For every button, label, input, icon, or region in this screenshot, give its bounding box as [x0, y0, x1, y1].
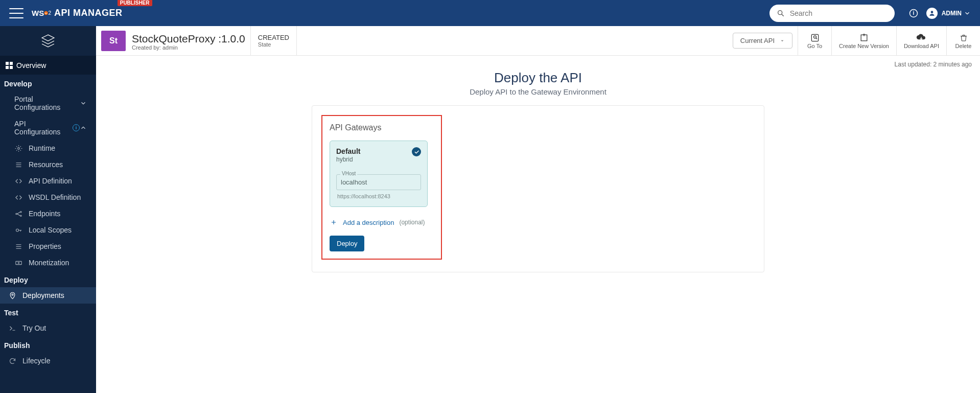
gear-icon: [14, 144, 22, 152]
sidebar-item-monetization[interactable]: Monetization: [0, 255, 96, 271]
content-area: St StockQuoteProxy :1.0.0 Created by: ad…: [96, 26, 980, 393]
help-icon[interactable]: i: [906, 6, 921, 21]
svg-rect-9: [10, 66, 13, 69]
highlighted-region: API Gateways Default hybrid: [321, 115, 442, 260]
code-icon: [14, 193, 22, 201]
sidebar-item-try-out[interactable]: Try Out: [0, 320, 96, 336]
goto-icon: [810, 33, 820, 43]
section-publish: Publish: [0, 336, 96, 353]
delete-api-button[interactable]: Delete: [946, 26, 980, 55]
sidebar-overview-label: Overview: [16, 61, 46, 70]
avatar-icon: [926, 8, 938, 19]
api-title: StockQuoteProxy :1.0.0: [132, 33, 245, 44]
svg-rect-21: [15, 261, 21, 264]
brand-title: API MANAGER: [54, 8, 123, 18]
brand[interactable]: PUBLISHER WS 2 API MANAGER: [32, 8, 123, 19]
api-thumbnail: St: [101, 31, 126, 51]
cloud-download-icon: [916, 33, 927, 43]
page-title: Deploy the API: [96, 70, 980, 86]
sidebar-item-api-definition[interactable]: API Definition: [0, 173, 96, 189]
location-icon: [8, 291, 16, 299]
list-icon: [14, 242, 22, 250]
current-api-dropdown[interactable]: Current API: [733, 33, 792, 49]
sidebar: Overview Develop Portal Configurations A…: [0, 26, 96, 393]
code-icon: [14, 177, 22, 185]
endpoints-icon: [14, 210, 22, 218]
svg-point-22: [18, 262, 19, 264]
vhost-label: VHost: [340, 171, 357, 176]
svg-point-1: [778, 10, 782, 14]
sidebar-item-runtime[interactable]: Runtime: [0, 140, 96, 156]
sidebar-logo[interactable]: [0, 26, 96, 56]
svg-rect-6: [6, 62, 9, 65]
sidebar-item-resources[interactable]: Resources: [0, 156, 96, 173]
user-menu[interactable]: ADMIN: [926, 8, 971, 19]
api-gateways-title: API Gateways: [330, 123, 434, 132]
gateway-type: hybrid: [336, 156, 360, 163]
publisher-badge: PUBLISHER: [118, 0, 152, 6]
sidebar-overview[interactable]: Overview: [0, 56, 96, 75]
section-test: Test: [0, 304, 96, 320]
svg-rect-7: [10, 62, 13, 65]
api-created-by: Created by: admin: [132, 44, 245, 51]
search-icon: [777, 9, 785, 17]
page-subtitle: Deploy API to the Gateway Environment: [96, 87, 980, 96]
brand-logo-icon: [44, 9, 48, 17]
sidebar-item-lifecycle[interactable]: Lifecycle: [0, 353, 96, 369]
add-description-link[interactable]: Add a description: [343, 219, 394, 226]
vhost-url: https://localhost:8243: [337, 193, 420, 199]
chevron-down-icon: [80, 100, 87, 107]
layers-icon: [39, 32, 57, 50]
brand-logo: WS 2: [32, 8, 51, 19]
plus-icon[interactable]: [330, 218, 338, 226]
svg-text:i: i: [913, 10, 914, 16]
download-api-button[interactable]: Download API: [896, 26, 946, 55]
triangle-down-icon: [780, 38, 785, 43]
deploy-card: API Gateways Default hybrid: [312, 105, 764, 272]
optional-label: (optional): [399, 219, 425, 226]
section-deploy: Deploy: [0, 271, 96, 287]
list-icon: [14, 160, 22, 169]
svg-point-23: [11, 294, 13, 295]
api-state-label: State: [258, 41, 289, 48]
sidebar-portal-configurations[interactable]: Portal Configurations: [0, 91, 96, 115]
sidebar-item-wsdl-definition[interactable]: WSDL Definition: [0, 189, 96, 205]
info-icon[interactable]: i: [73, 124, 80, 131]
section-develop: Develop: [0, 75, 96, 91]
svg-line-26: [815, 38, 817, 39]
svg-rect-8: [6, 66, 9, 69]
deploy-button[interactable]: Deploy: [330, 236, 364, 251]
sidebar-api-configurations[interactable]: API Configurations i: [0, 115, 96, 140]
svg-point-16: [20, 215, 21, 217]
hamburger-menu-button[interactable]: [9, 8, 24, 18]
gateway-card-default[interactable]: Default hybrid VHost https://localhost:8…: [330, 141, 428, 207]
svg-point-15: [20, 211, 21, 213]
svg-point-14: [15, 213, 17, 215]
sidebar-item-local-scopes[interactable]: Local Scopes: [0, 222, 96, 238]
add-file-icon: [859, 33, 869, 43]
money-icon: [14, 259, 22, 267]
search-input[interactable]: [789, 9, 888, 18]
terminal-icon: [8, 324, 16, 332]
trash-icon: [960, 33, 968, 43]
api-state-value: CREATED: [258, 34, 289, 41]
top-bar: PUBLISHER WS 2 API MANAGER i ADMIN: [0, 0, 980, 26]
svg-point-10: [17, 147, 19, 149]
sidebar-item-properties[interactable]: Properties: [0, 238, 96, 255]
check-circle-icon: [412, 147, 421, 156]
key-icon: [14, 226, 22, 234]
svg-point-17: [16, 229, 18, 232]
refresh-icon: [8, 357, 16, 365]
goto-button[interactable]: Go To: [798, 26, 831, 55]
user-label: ADMIN: [942, 10, 962, 17]
search-box[interactable]: [769, 5, 895, 22]
create-new-version-button[interactable]: Create New Version: [831, 26, 896, 55]
chevron-up-icon: [80, 124, 87, 131]
svg-line-2: [782, 14, 783, 16]
chevron-down-icon: [964, 10, 971, 17]
sidebar-item-deployments[interactable]: Deployments: [0, 287, 96, 304]
gateway-name: Default: [336, 147, 360, 155]
svg-point-5: [930, 11, 933, 13]
sidebar-item-endpoints[interactable]: Endpoints: [0, 205, 96, 222]
vhost-input[interactable]: [336, 174, 421, 190]
